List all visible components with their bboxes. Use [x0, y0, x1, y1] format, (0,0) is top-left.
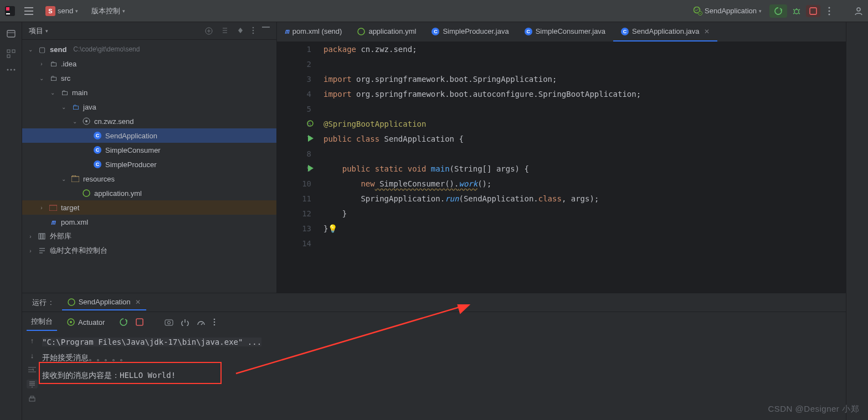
more-icon[interactable]	[213, 318, 215, 326]
tree-file-pom[interactable]: m pom.xml	[22, 215, 276, 229]
chevron-down-icon: ▾	[122, 8, 125, 14]
rerun-icon[interactable]	[119, 318, 128, 326]
scroll-up-icon[interactable]: ↑	[30, 336, 34, 345]
run-gutter-icon[interactable]	[308, 135, 314, 142]
svg-point-21	[253, 32, 254, 34]
svg-point-9	[829, 13, 830, 15]
svg-rect-2	[6, 13, 10, 14]
svg-rect-43	[30, 396, 34, 398]
exit-icon[interactable]	[181, 318, 189, 326]
tree-package[interactable]: ⌄ cn.zwz.send	[22, 114, 276, 128]
collapse-all-icon[interactable]	[237, 27, 244, 35]
project-panel-title[interactable]: 项目 ▾	[29, 26, 48, 36]
profiler-icon[interactable]	[197, 318, 206, 326]
tab-application-yml[interactable]: application.yml	[350, 22, 424, 42]
code-content[interactable]: package cn.zwz.send; import org.springfr…	[321, 42, 846, 293]
chevron-down-icon: ▾	[759, 8, 762, 14]
svg-point-10	[857, 8, 860, 11]
tree-scratches[interactable]: › 临时文件和控制台	[22, 243, 276, 258]
svg-rect-29	[41, 234, 43, 239]
project-tool-icon[interactable]	[6, 29, 16, 39]
svg-rect-27	[49, 205, 57, 211]
svg-point-15	[7, 69, 8, 71]
class-icon: C	[93, 160, 102, 168]
code-editor[interactable]: 1 2 3 4 5 6 7 8 9 10 11 12 13 14	[277, 42, 846, 293]
module-icon: ▢	[38, 45, 47, 54]
run-app-tab[interactable]: SendApplication ✕	[62, 294, 146, 310]
tree-folder-src[interactable]: ⌄🗀 src	[22, 71, 276, 85]
actuator-tab[interactable]: Actuator	[63, 315, 109, 330]
tree-class-simpleconsumer[interactable]: C SimpleConsumer	[22, 143, 276, 157]
package-icon	[82, 117, 91, 125]
excluded-folder-icon	[49, 204, 58, 211]
vcs-menu[interactable]: 版本控制 ▾	[88, 4, 129, 18]
tree-folder-resources[interactable]: ⌄ resources	[22, 172, 276, 186]
stop-icon[interactable]	[136, 318, 143, 326]
tab-simpleproducer[interactable]: CSimpleProducer.java	[424, 22, 516, 42]
debug-button[interactable]	[792, 6, 802, 16]
tree-class-simpleproducer[interactable]: C SimpleProducer	[22, 157, 276, 172]
svg-point-7	[829, 7, 830, 8]
resources-folder-icon	[71, 175, 80, 182]
svg-rect-14	[7, 55, 10, 58]
svg-rect-28	[39, 234, 40, 239]
run-config-selector[interactable]: SendApplication ▾	[690, 4, 765, 18]
spring-run-icon	[694, 7, 702, 15]
close-icon[interactable]: ✕	[135, 298, 141, 306]
scroll-down-icon[interactable]: ↓	[30, 351, 34, 360]
tree-root[interactable]: ⌄ ▢ send C:\code\git\demo\send	[22, 42, 276, 56]
spring-bean-gutter-icon[interactable]	[307, 120, 314, 127]
top-toolbar: S send ▾ 版本控制 ▾ SendApplication ▾	[0, 0, 868, 22]
console-line: 开始接受消息。。。。。	[42, 350, 846, 365]
soft-wrap-icon[interactable]	[28, 366, 37, 373]
hide-panel-icon[interactable]	[262, 27, 270, 35]
tab-pom[interactable]: mpom.xml (send)	[277, 22, 350, 42]
svg-point-16	[10, 69, 12, 71]
more-tools-icon[interactable]	[7, 69, 16, 71]
tab-sendapplication[interactable]: CSendApplication.java✕	[613, 22, 717, 42]
chevron-down-icon: ▾	[75, 8, 78, 14]
svg-point-8	[829, 10, 830, 12]
tree-folder-target[interactable]: › target	[22, 200, 276, 215]
close-tab-icon[interactable]: ✕	[704, 28, 710, 35]
run-tool-label[interactable]: 运行:	[27, 294, 58, 311]
tree-folder-idea[interactable]: ›🗀 .idea	[22, 56, 276, 71]
left-tool-rail	[0, 22, 22, 420]
tree-folder-main[interactable]: ⌄🗀 main	[22, 85, 276, 100]
folder-icon: 🗀	[60, 89, 69, 97]
scroll-to-end-icon[interactable]	[27, 380, 38, 388]
tree-external-libraries[interactable]: › 外部库	[22, 229, 276, 243]
tree-class-sendapplication[interactable]: C SendApplication	[22, 128, 276, 143]
folder-icon: 🗀	[49, 74, 58, 82]
structure-tool-icon[interactable]	[6, 49, 16, 59]
panel-options-icon[interactable]	[252, 27, 254, 35]
main-menu-icon[interactable]	[22, 5, 35, 17]
project-tool-panel: 项目 ▾ ⌄ ▢ send	[22, 22, 277, 293]
account-icon[interactable]	[854, 6, 864, 16]
svg-point-26	[83, 190, 90, 196]
print-icon[interactable]	[28, 395, 36, 403]
rerun-button[interactable]	[769, 4, 787, 18]
svg-point-40	[214, 322, 215, 323]
select-opened-file-icon[interactable]	[204, 27, 213, 35]
svg-point-31	[358, 28, 364, 35]
scratches-icon	[38, 247, 47, 255]
watermark-text: CSDN @Designer 小郑	[768, 404, 859, 414]
tree-folder-java[interactable]: ⌄🗀 java	[22, 100, 276, 114]
svg-point-41	[214, 324, 215, 326]
expand-arrow-icon[interactable]: ⌄	[27, 46, 34, 53]
stop-button[interactable]	[806, 5, 820, 17]
console-tab[interactable]: 控制台	[27, 313, 57, 331]
tab-simpleconsumer[interactable]: CSimpleConsumer.java	[517, 22, 613, 42]
svg-point-17	[13, 69, 15, 71]
console-output[interactable]: "C:\Program Files\Java\jdk-17\bin\java.e…	[42, 332, 846, 420]
svg-point-24	[85, 120, 88, 122]
project-selector[interactable]: S send ▾	[42, 4, 81, 18]
more-actions-icon[interactable]	[825, 7, 834, 15]
tree-file-application-yml[interactable]: application.yml	[22, 186, 276, 200]
screenshot-icon[interactable]	[165, 318, 173, 326]
expand-all-icon[interactable]	[221, 27, 229, 35]
run-gutter-icon[interactable]	[308, 165, 314, 172]
project-name-label: send	[58, 7, 73, 15]
intention-bulb-icon[interactable]: 💡	[328, 224, 337, 233]
